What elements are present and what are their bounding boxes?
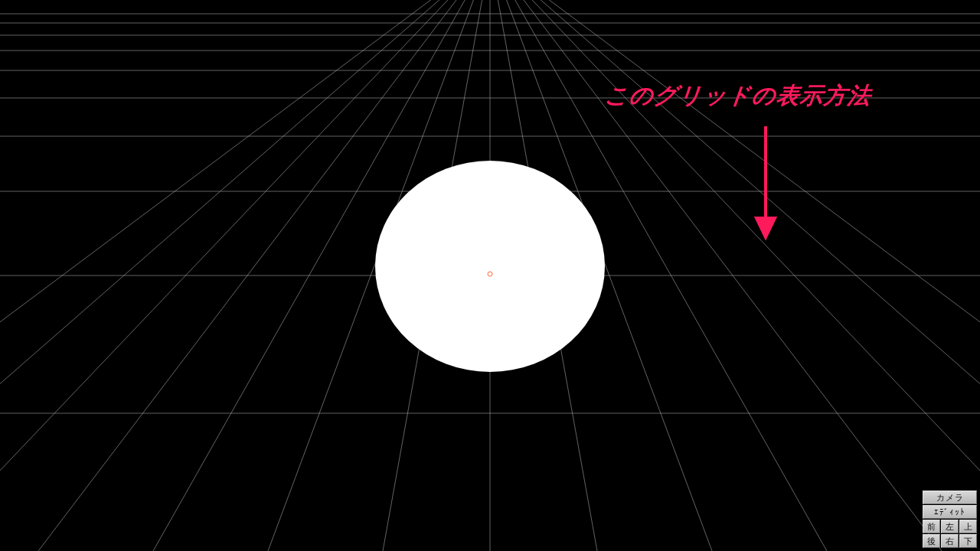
annotation-label: このグリッドの表示方法 (603, 80, 873, 112)
edit-button[interactable]: ｴﾃﾞｨｯﾄ (923, 505, 977, 519)
view-front-button[interactable]: 前 (923, 520, 940, 533)
svg-marker-26 (756, 218, 775, 237)
view-back-button[interactable]: 後 (923, 534, 940, 548)
view-right-button[interactable]: 右 (941, 534, 959, 548)
camera-button[interactable]: カメラ (923, 491, 977, 504)
sphere-object (375, 161, 605, 372)
viewport-3d[interactable]: このグリッドの表示方法 カメラ ｴﾃﾞｨｯﾄ 前 左 上 後 右 下 (0, 0, 980, 551)
view-button-panel: カメラ ｴﾃﾞｨｯﾄ 前 左 上 後 右 下 (923, 491, 977, 548)
view-bottom-button[interactable]: 下 (959, 534, 977, 548)
view-top-button[interactable]: 上 (959, 520, 977, 533)
arrow-icon (756, 126, 775, 237)
view-left-button[interactable]: 左 (941, 520, 959, 533)
